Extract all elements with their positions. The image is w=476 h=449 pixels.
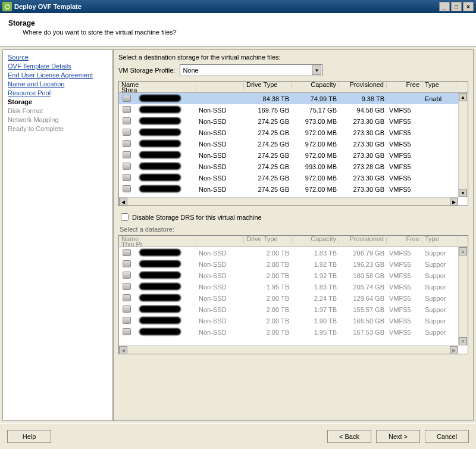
cancel-button[interactable]: Cancel [425, 430, 469, 443]
datastore-grid-header: NameDrive TypeCapacityProvisionedFreeTyp… [119, 236, 468, 247]
back-button[interactable]: < Back [327, 430, 371, 443]
horizontal-scrollbar[interactable]: ◀ ▶ [119, 197, 458, 205]
main-panel: Select a destination storage for the vir… [113, 49, 474, 421]
wizard-step-name-and-location[interactable]: Name and Location [8, 80, 108, 88]
datastore-name-redacted [139, 328, 181, 335]
datastore-name-redacted [139, 260, 181, 267]
table-row[interactable]: Non-SSD274.25 GB972.00 MB273.30 GBVMFS5 [119, 138, 468, 149]
column-header-thin-pr[interactable]: Thin Pr [119, 239, 196, 249]
table-row: Non-SSD2.00 TB1.92 TB196.23 GBVMFS5Suppo… [119, 258, 468, 270]
vm-storage-profile-dropdown[interactable]: None ▼ [180, 64, 322, 76]
column-header-provisioned[interactable]: Provisioned [339, 80, 387, 89]
datastore-icon [123, 249, 131, 256]
disable-drs-checkbox[interactable] [121, 213, 129, 221]
help-button[interactable]: Help [7, 430, 51, 443]
datastore-icon [123, 163, 131, 170]
wizard-step-source[interactable]: Source [8, 54, 108, 61]
datastore-name-redacted [139, 305, 181, 313]
column-header-type[interactable]: Type [422, 234, 458, 244]
scroll-right-icon[interactable]: ▶ [450, 346, 458, 354]
table-row[interactable]: 84.38 TB74.99 TB9.38 TBEnabl [119, 93, 468, 104]
datastore-icon [123, 95, 131, 102]
wizard-footer: Help < Back Next > Cancel [0, 423, 476, 449]
table-row[interactable]: Non-SSD274.25 GB993.00 MB273.28 GBVMFS5 [119, 161, 468, 172]
datastore-icon [123, 174, 131, 181]
vm-storage-profile-label: VM Storage Profile: [118, 67, 175, 74]
disable-drs-label: Disable Storage DRS for this virtual mac… [132, 214, 262, 221]
storage-grid-body[interactable]: 84.38 TB74.99 TB9.38 TBEnablNon-SSD169.7… [119, 93, 468, 197]
datastore-icon [123, 117, 131, 124]
datastore-name-redacted [139, 174, 181, 181]
window-controls: _ □ × [439, 2, 474, 11]
titlebar[interactable]: ⎔ Deploy OVF Template _ □ × [0, 0, 476, 13]
vm-storage-profile-row: VM Storage Profile: None ▼ [118, 64, 468, 76]
datastore-name-redacted [139, 163, 181, 170]
window-title: Deploy OVF Template [14, 3, 82, 10]
vertical-scrollbar[interactable]: ▲ ▼ [458, 247, 468, 345]
table-row[interactable]: Non-SSD169.75 GB75.17 GB94.58 GBVMFS5 [119, 104, 468, 116]
column-header-capacity[interactable]: Capacity [292, 80, 339, 89]
scroll-left-icon[interactable]: ◀ [119, 346, 127, 354]
datastore-name-redacted [139, 95, 181, 102]
table-row: Non-SSD2.00 TB1.83 TB206.79 GBVMFS5Suppo… [119, 247, 468, 258]
datastore-grid-body: Non-SSD2.00 TB1.83 TB206.79 GBVMFS5Suppo… [119, 247, 468, 345]
datastore-name-redacted [139, 151, 181, 158]
storage-grid-header[interactable]: NameDrive TypeCapacityProvisionedFreeTyp… [119, 82, 468, 93]
wizard-step-network-mapping: Network Mapping [8, 116, 108, 123]
scroll-up-icon[interactable]: ▲ [459, 93, 467, 101]
table-row[interactable]: Non-SSD274.25 GB972.00 MB273.30 GBVMFS5 [119, 127, 468, 138]
disable-drs-row: Disable Storage DRS for this virtual mac… [121, 213, 468, 221]
vsphere-icon: ⎔ [2, 2, 12, 11]
column-header-stora[interactable]: Stora [119, 85, 196, 95]
wizard-step-resource-pool[interactable]: Resource Pool [8, 89, 108, 96]
wizard-step-storage: Storage [8, 98, 108, 105]
content-area: SourceOVF Template DetailsEnd User Licen… [0, 47, 476, 423]
datastore-icon [123, 283, 131, 290]
vm-storage-profile-value: None [183, 67, 198, 74]
scroll-up-icon[interactable]: ▲ [459, 247, 467, 255]
close-button[interactable]: × [463, 2, 474, 11]
column-header-provisioned[interactable]: Provisioned [339, 234, 387, 244]
horizontal-scrollbar[interactable]: ◀ ▶ [119, 345, 458, 354]
scroll-left-icon[interactable]: ◀ [119, 198, 127, 206]
datastore-icon [123, 317, 131, 324]
datastore-name-redacted [139, 117, 181, 124]
datastore-name-redacted [139, 317, 181, 324]
table-row: Non-SSD2.00 TB1.97 TB155.57 GBVMFS5Suppo… [119, 304, 468, 315]
datastore-icon [123, 328, 131, 335]
column-header-drive-type[interactable]: Drive Type [244, 80, 292, 89]
datastore-name-redacted [139, 140, 181, 147]
wizard-step-end-user-license-agreement[interactable]: End User License Agreement [8, 71, 108, 79]
maximize-button[interactable]: □ [451, 2, 462, 11]
scroll-down-icon[interactable]: ▼ [459, 189, 467, 197]
column-header-drive-type[interactable]: Drive Type [244, 234, 292, 244]
wizard-step-ready-to-complete: Ready to Complete [8, 125, 108, 132]
datastore-icon [123, 185, 131, 192]
datastore-name-redacted [139, 283, 181, 290]
column-header-free[interactable]: Free [387, 234, 422, 244]
table-row[interactable]: Non-SSD274.25 GB972.00 MB273.30 GBVMFS5 [119, 149, 468, 161]
table-row: Non-SSD2.00 TB2.24 TB129.64 GBVMFS5Suppo… [119, 292, 468, 304]
datastore-name-redacted [139, 294, 181, 301]
scroll-right-icon[interactable]: ▶ [450, 198, 458, 206]
minimize-button[interactable]: _ [439, 2, 450, 11]
datastore-icon [123, 129, 131, 136]
vertical-scrollbar[interactable]: ▲ ▼ [458, 93, 468, 197]
column-header-free[interactable]: Free [387, 80, 422, 89]
table-row[interactable]: Non-SSD274.25 GB972.00 MB273.30 GBVMFS5 [119, 172, 468, 183]
table-row[interactable]: Non-SSD274.25 GB972.00 MB273.30 GBVMFS5 [119, 183, 468, 195]
wizard-step-ovf-template-details[interactable]: OVF Template Details [8, 63, 108, 70]
page-title: Storage [8, 19, 468, 27]
datastore-icon [123, 305, 131, 313]
datastore-icon [123, 294, 131, 301]
table-row[interactable]: Non-SSD274.25 GB973.00 MB273.30 GBVMFS5 [119, 116, 468, 127]
select-datastore-label: Select a datastore: [120, 226, 468, 233]
column-header-capacity[interactable]: Capacity [292, 234, 339, 244]
datastore-name-redacted [139, 129, 181, 136]
column-header-type[interactable]: Type [422, 80, 458, 89]
table-row: Non-SSD2.00 TB1.90 TB166.50 GBVMFS5Suppo… [119, 315, 468, 326]
scroll-down-icon[interactable]: ▼ [459, 337, 467, 345]
next-button[interactable]: Next > [376, 430, 420, 443]
storage-grid[interactable]: NameDrive TypeCapacityProvisionedFreeTyp… [118, 81, 468, 206]
instruction-text: Select a destination storage for the vir… [118, 54, 468, 61]
